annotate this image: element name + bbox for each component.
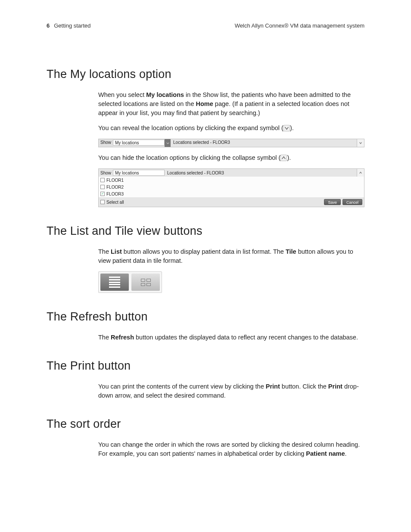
checkbox-icon[interactable] xyxy=(100,178,105,182)
checkbox-icon[interactable] xyxy=(100,200,105,204)
show-dropdown-button[interactable] xyxy=(165,139,171,147)
floor-label: FLOOR3 xyxy=(106,192,124,196)
header-product: Welch Allyn Connex® VM data management s… xyxy=(235,22,364,29)
heading-print: The Print button xyxy=(47,359,364,373)
paragraph: The List button allows you to display pa… xyxy=(98,247,364,265)
tile-view-button[interactable] xyxy=(131,274,160,291)
paragraph: The Refresh button updates the displayed… xyxy=(98,333,364,342)
floor-row[interactable]: FLOOR1 xyxy=(99,177,364,184)
collapse-symbol-icon xyxy=(280,155,287,161)
location-panel-expanded: Show My locations Locations selected - F… xyxy=(98,168,364,207)
floor-row[interactable]: FLOOR2 xyxy=(99,184,364,190)
cancel-button[interactable]: Cancel xyxy=(342,199,362,205)
checkbox-icon[interactable] xyxy=(100,192,105,196)
floor-label: FLOOR2 xyxy=(106,185,124,190)
paragraph: You can reveal the location options by c… xyxy=(98,124,364,133)
heading-refresh: The Refresh button xyxy=(47,310,364,324)
location-bar-collapsed: Show My locations Locations selected - F… xyxy=(98,139,364,147)
floor-label: FLOOR1 xyxy=(106,178,124,183)
show-dropdown[interactable]: My locations xyxy=(113,170,165,176)
list-view-button[interactable] xyxy=(100,274,129,291)
view-buttons-group xyxy=(98,271,162,293)
select-all-label[interactable]: Select all xyxy=(106,200,124,205)
chevron-down-icon xyxy=(359,141,362,145)
collapse-button[interactable] xyxy=(357,169,364,177)
chevron-down-icon xyxy=(166,142,169,144)
expand-symbol-icon xyxy=(283,125,290,131)
save-button[interactable]: Save xyxy=(324,199,341,205)
list-icon xyxy=(109,277,120,288)
page-header: 6 Getting started Welch Allyn Connex® VM… xyxy=(47,22,364,29)
tile-icon xyxy=(141,279,151,286)
heading-my-locations: The My locations option xyxy=(47,68,364,81)
show-label: Show xyxy=(99,139,113,147)
page-number: 6 xyxy=(47,22,50,29)
show-dropdown[interactable]: My locations xyxy=(113,140,165,146)
heading-list-tile: The List and Tile view buttons xyxy=(47,224,364,238)
paragraph: When you select My locations in the Show… xyxy=(98,90,364,118)
chevron-up-icon xyxy=(359,171,362,174)
expand-button[interactable] xyxy=(357,139,364,147)
floor-row[interactable]: FLOOR3 xyxy=(99,190,364,197)
header-section: Getting started xyxy=(54,22,90,29)
show-label: Show xyxy=(99,170,113,176)
locations-selected-text: Locations selected - FLOOR3 xyxy=(171,139,357,147)
paragraph: You can hide the location options by cli… xyxy=(98,153,364,162)
paragraph: You can print the contents of the curren… xyxy=(98,382,364,400)
checkbox-icon[interactable] xyxy=(100,185,105,189)
paragraph: You can change the order in which the ro… xyxy=(98,440,364,458)
heading-sort: The sort order xyxy=(47,417,364,431)
locations-selected-text: Locations selected - FLOOR3 xyxy=(165,170,357,176)
